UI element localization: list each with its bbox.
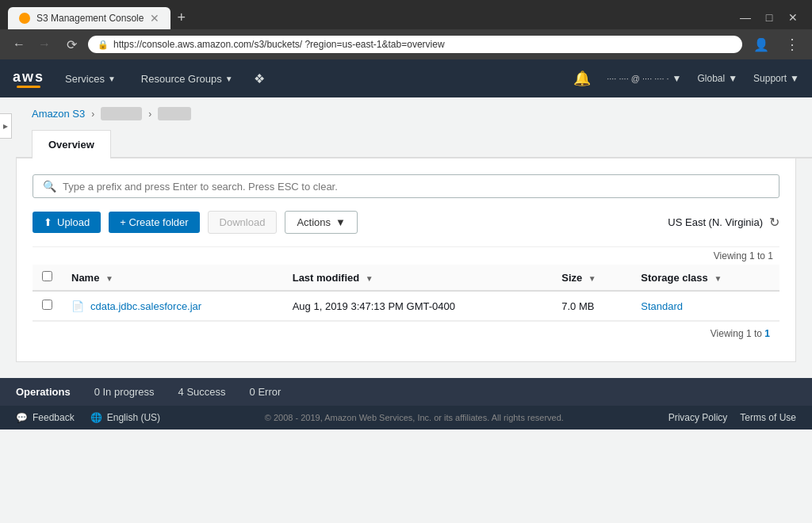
account-arrow-icon: ▼ xyxy=(672,73,682,84)
url-text: https://console.aws.amazon.com/s3/bucket… xyxy=(113,39,733,50)
in-progress-status: 0 In progress xyxy=(94,386,155,398)
tab-overview[interactable]: Overview xyxy=(32,130,111,158)
upload-button[interactable]: ⬆ Upload xyxy=(33,212,101,233)
feedback-link[interactable]: 💬 Feedback xyxy=(16,412,75,423)
size-column-header[interactable]: Size ▼ xyxy=(552,265,631,291)
viewing-count-top: Viewing 1 to 1 xyxy=(33,246,779,265)
file-link[interactable]: 📄 cdata.jdbc.salesforce.jar xyxy=(71,300,274,312)
last-modified-cell: Aug 1, 2019 3:47:13 PM GMT-0400 xyxy=(283,291,553,321)
create-folder-button[interactable]: + Create folder xyxy=(109,212,199,233)
reload-button[interactable]: ⟳ xyxy=(62,36,82,54)
sidebar-toggle-button[interactable]: ▸ xyxy=(0,113,12,139)
chat-icon: 💬 xyxy=(16,412,28,423)
breadcrumb-bucket xyxy=(101,107,142,120)
row-checkbox[interactable] xyxy=(42,300,52,310)
pin-icon[interactable]: ❖ xyxy=(254,71,265,86)
copyright: © 2008 - 2019, Amazon Web Services, Inc.… xyxy=(160,413,668,422)
select-all-checkbox[interactable] xyxy=(42,271,52,281)
profile-button[interactable]: 👤 xyxy=(749,36,774,54)
storage-class-column-header[interactable]: Storage class ▼ xyxy=(631,265,779,291)
support-arrow-icon: ▼ xyxy=(790,73,799,84)
nav-support[interactable]: Support ▼ xyxy=(753,73,799,84)
actions-arrow-icon: ▼ xyxy=(335,216,346,228)
browser-menu-button[interactable]: ⋮ xyxy=(780,34,804,55)
storage-class-link[interactable]: Standard xyxy=(641,300,683,312)
search-input[interactable] xyxy=(63,181,769,193)
last-modified-sort-icon: ▼ xyxy=(366,274,373,283)
address-bar[interactable]: 🔒 https://console.aws.amazon.com/s3/buck… xyxy=(88,36,742,53)
privacy-policy-link[interactable]: Privacy Policy xyxy=(668,412,728,423)
success-status: 4 Success xyxy=(178,386,226,398)
nav-resource-groups[interactable]: Resource Groups ▼ xyxy=(136,70,238,88)
select-all-header xyxy=(33,265,62,291)
aws-logo-text: aws xyxy=(13,69,44,86)
breadcrumb-sep-2: › xyxy=(148,109,151,120)
error-status: 0 Error xyxy=(250,386,282,398)
files-table: Name ▼ Last modified ▼ Size xyxy=(33,265,779,321)
new-tab-button[interactable]: + xyxy=(170,6,192,29)
file-icon: 📄 xyxy=(71,300,84,312)
breadcrumb-path xyxy=(158,107,190,120)
refresh-button[interactable]: ↻ xyxy=(769,215,779,230)
minimize-button[interactable]: — xyxy=(734,6,756,29)
nav-services[interactable]: Services ▼ xyxy=(60,70,121,88)
forward-button[interactable]: → xyxy=(33,36,56,53)
region-info: US East (N. Virginia) ↻ xyxy=(668,215,779,230)
footer: 💬 Feedback 🌐 English (US) © 2008 - 2019,… xyxy=(0,406,812,429)
region-label: US East (N. Virginia) xyxy=(668,216,763,228)
language-selector[interactable]: 🌐 English (US) xyxy=(90,412,160,423)
s3-panel: 🔍 ⬆ Upload + Create folder Down xyxy=(16,158,796,362)
action-bar: ⬆ Upload + Create folder Download Action… xyxy=(33,211,779,234)
storage-class-sort-icon: ▼ xyxy=(714,274,722,283)
aws-logo-bar xyxy=(17,86,40,88)
table-row: 📄 cdata.jdbc.salesforce.jar Aug 1, 2019 … xyxy=(33,291,779,321)
file-name-cell: 📄 cdata.jdbc.salesforce.jar xyxy=(62,291,283,321)
tab-favicon-icon xyxy=(19,13,30,24)
footer-links: Privacy Policy Terms of Use xyxy=(668,412,796,423)
viewing-count-bottom: Viewing 1 to 1 xyxy=(33,321,779,345)
maximize-button[interactable]: □ xyxy=(758,6,780,29)
services-arrow-icon: ▼ xyxy=(108,74,116,83)
resource-groups-arrow-icon: ▼ xyxy=(225,74,233,83)
name-column-header[interactable]: Name ▼ xyxy=(62,265,283,291)
tab-title: S3 Management Console xyxy=(36,13,144,24)
terms-of-use-link[interactable]: Terms of Use xyxy=(740,412,796,423)
account-label-text: ···· ···· @ ···· ···· · xyxy=(607,74,668,83)
upload-icon: ⬆ xyxy=(44,216,52,228)
size-sort-icon: ▼ xyxy=(588,274,596,283)
download-button: Download xyxy=(208,211,278,234)
breadcrumb-amazon-s3[interactable]: Amazon S3 xyxy=(32,108,85,120)
aws-logo[interactable]: aws xyxy=(13,69,44,88)
last-modified-column-header[interactable]: Last modified ▼ xyxy=(283,265,553,291)
tab-bar: Overview xyxy=(16,130,812,158)
globe-icon: 🌐 xyxy=(90,412,102,423)
lock-icon: 🔒 xyxy=(98,40,109,50)
bell-icon[interactable]: 🔔 xyxy=(573,70,591,87)
breadcrumb: Amazon S3 › › xyxy=(16,97,812,130)
viewing-num: 1 xyxy=(764,328,770,339)
breadcrumb-sep-1: › xyxy=(91,109,94,120)
storage-class-cell: Standard xyxy=(631,291,779,321)
name-sort-icon: ▼ xyxy=(105,274,113,283)
search-bar[interactable]: 🔍 xyxy=(33,174,779,198)
row-checkbox-cell xyxy=(33,291,62,321)
back-button[interactable]: ← xyxy=(8,36,30,53)
global-arrow-icon: ▼ xyxy=(728,73,737,84)
aws-navigation: aws Services ▼ Resource Groups ▼ ❖ 🔔 ···… xyxy=(0,59,812,97)
search-icon: 🔍 xyxy=(43,180,56,193)
close-button[interactable]: ✕ xyxy=(782,6,804,29)
actions-dropdown-button[interactable]: Actions ▼ xyxy=(285,211,358,234)
nav-global[interactable]: Global ▼ xyxy=(698,73,738,84)
size-cell: 7.0 MB xyxy=(552,291,631,321)
nav-account[interactable]: ···· ···· @ ···· ···· · ▼ xyxy=(607,73,681,84)
tab-close-icon[interactable]: ✕ xyxy=(150,12,159,25)
status-bar: Operations 0 In progress 4 Success 0 Err… xyxy=(0,378,812,406)
operations-label: Operations xyxy=(16,386,71,398)
files-table-container: Viewing 1 to 1 Name ▼ xyxy=(33,246,779,345)
active-browser-tab[interactable]: S3 Management Console ✕ xyxy=(8,7,170,29)
